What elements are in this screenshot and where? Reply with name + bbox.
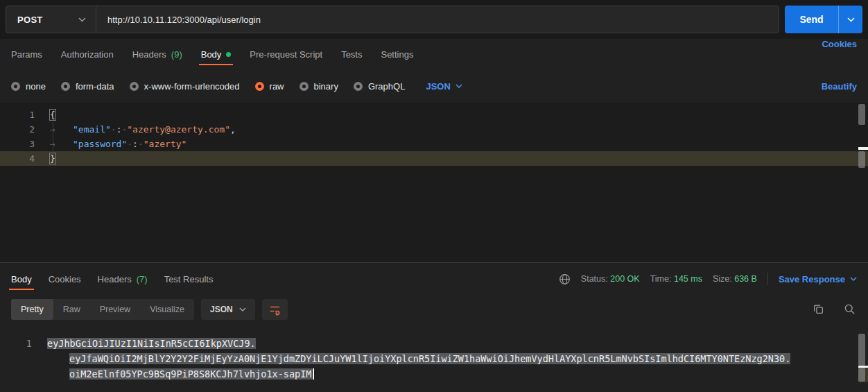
scrollbar-thumb[interactable] <box>858 104 865 125</box>
tab-label: Test Results <box>164 274 214 284</box>
code-line: 2→"email"·:·"azerty@azerty.com", <box>0 122 868 137</box>
body-language-selector[interactable]: JSON <box>426 81 462 92</box>
tab-pre-request-script[interactable]: Pre-request Script <box>250 39 322 69</box>
mode-label: x-www-form-urlencoded <box>144 81 240 92</box>
chevron-down-icon <box>850 277 857 281</box>
tab-headers[interactable]: Headers (9) <box>132 39 182 69</box>
tab-label: Cookies <box>49 274 81 284</box>
chevron-down-icon <box>455 84 462 88</box>
search-button[interactable] <box>844 303 856 315</box>
send-options-button[interactable] <box>839 6 862 33</box>
save-response-label: Save Response <box>779 274 845 284</box>
tab-body[interactable]: Body <box>201 39 232 69</box>
response-tab-cookies[interactable]: Cookies <box>49 263 81 295</box>
tab-label: Tests <box>341 49 362 60</box>
method-url-group: POST http://10.10.11.120:3000/api/user/l… <box>6 6 779 33</box>
copy-icon <box>813 303 824 315</box>
tab-label: Headers <box>98 274 132 284</box>
selected-token-text: eyJfaWQiOiI2MjBlY2Y2Y2FiMjEyYzA0NjE1Yjdm… <box>69 353 790 364</box>
status-field: Status: 200 OK <box>581 274 640 284</box>
copy-button[interactable] <box>813 303 824 315</box>
tab-authorization[interactable]: Authorization <box>61 39 114 69</box>
time-value: 145 ms <box>674 274 702 284</box>
code-line: 4} <box>0 151 868 166</box>
scrollbar-thumb[interactable] <box>858 334 865 366</box>
response-token-lines: eyJhbGciOiJIUzI1NiIsInR5cCI6IkpXVCJ9.eyJ… <box>47 332 868 382</box>
mode-graphql[interactable]: GraphQL <box>354 81 405 92</box>
radio-icon <box>11 82 20 91</box>
scrollbar-cursor-marker <box>858 147 868 150</box>
view-raw[interactable]: Raw <box>53 299 90 320</box>
view-pretty[interactable]: Pretty <box>11 299 53 320</box>
divider <box>767 273 768 285</box>
selected-token-text: oiM2eElnf05YPc9BSq9PiP8S8KCJh7lvhjo1x-sa… <box>69 368 312 380</box>
tab-tests[interactable]: Tests <box>341 39 362 69</box>
response-language-selector[interactable]: JSON <box>201 299 255 320</box>
time-field: Time: 145 ms <box>650 274 702 284</box>
line-number: 2 <box>0 122 35 137</box>
line-number: 3 <box>0 137 35 151</box>
mode-x-www-form-urlencoded[interactable]: x-www-form-urlencoded <box>130 81 240 92</box>
tab-label: Body <box>11 274 32 284</box>
line-number: 1 <box>0 108 35 122</box>
request-tabs: Params Authorization Headers (9) Body Pr… <box>0 39 868 69</box>
line-number: 4 <box>0 151 35 166</box>
chevron-down-icon <box>847 17 855 22</box>
text-cursor <box>313 368 314 380</box>
mode-form-data[interactable]: form-data <box>61 81 114 92</box>
method-selector[interactable]: POST <box>6 6 96 33</box>
globe-icon <box>559 273 571 285</box>
response-tabs: Body Cookies Headers (7) Test Results St… <box>0 263 868 295</box>
mode-label: none <box>26 81 46 92</box>
radio-icon <box>61 82 70 91</box>
request-body-editor[interactable]: 1{2→"email"·:·"azerty@azerty.com",3→"pas… <box>0 103 868 262</box>
send-split-button: Send <box>785 6 862 33</box>
mode-label: binary <box>314 81 338 92</box>
view-switcher: Pretty Raw Preview Visualize <box>11 299 194 320</box>
code-text: →"email"·:·"azerty@azerty.com", <box>35 122 236 137</box>
view-visualize[interactable]: Visualize <box>140 299 194 320</box>
mode-raw[interactable]: raw <box>255 81 284 92</box>
mode-label: raw <box>270 81 284 92</box>
response-tab-test-results[interactable]: Test Results <box>164 263 214 295</box>
url-input[interactable]: http://10.10.11.120:3000/api/user/login <box>96 6 779 33</box>
scrollbar-thumb[interactable] <box>858 368 865 382</box>
response-body[interactable]: 1 eyJhbGciOiJIUzI1NiIsInR5cCI6IkpXVCJ9.e… <box>0 332 868 392</box>
method-label: POST <box>17 15 43 25</box>
size-value: 636 B <box>734 274 757 284</box>
tab-params[interactable]: Params <box>11 39 42 69</box>
send-button[interactable]: Send <box>785 6 839 33</box>
radio-icon <box>354 82 363 91</box>
status-value: 200 OK <box>610 274 639 284</box>
request-url-bar: POST http://10.10.11.120:3000/api/user/l… <box>0 0 868 39</box>
tab-label: Settings <box>381 49 413 60</box>
wrap-text-button[interactable] <box>262 299 288 320</box>
code-line: 1{ <box>0 108 868 122</box>
response-section: Body Cookies Headers (7) Test Results St… <box>0 262 868 392</box>
indent-guide <box>53 122 53 151</box>
body-mode-row: none form-data x-www-form-urlencoded raw… <box>0 69 868 103</box>
mode-label: GraphQL <box>368 81 405 92</box>
mode-binary[interactable]: binary <box>300 81 338 92</box>
tab-label: Headers <box>132 49 166 60</box>
tab-label: Pre-request Script <box>250 49 322 60</box>
scrollbar-thumb[interactable] <box>858 151 865 168</box>
mode-none[interactable]: none <box>11 81 46 92</box>
view-preview[interactable]: Preview <box>90 299 140 320</box>
tab-label: Body <box>201 49 222 60</box>
code-line: 3→"password"·:·"azerty" <box>0 137 868 151</box>
modified-dot-icon <box>226 52 231 57</box>
radio-selected-icon <box>255 82 264 91</box>
cookies-link[interactable]: Cookies <box>822 39 857 69</box>
line-number: 1 <box>0 336 32 351</box>
tab-settings[interactable]: Settings <box>381 39 413 69</box>
time-label: Time: <box>650 274 672 284</box>
response-tab-body[interactable]: Body <box>11 263 32 295</box>
language-label: JSON <box>210 305 233 314</box>
language-label: JSON <box>426 81 450 92</box>
tab-label: Authorization <box>61 49 114 60</box>
response-tab-headers[interactable]: Headers (7) <box>98 263 148 295</box>
beautify-link[interactable]: Beautify <box>822 81 857 92</box>
response-meta: Status: 200 OK Time: 145 ms Size: 636 B … <box>559 273 857 285</box>
save-response-button[interactable]: Save Response <box>779 274 857 284</box>
